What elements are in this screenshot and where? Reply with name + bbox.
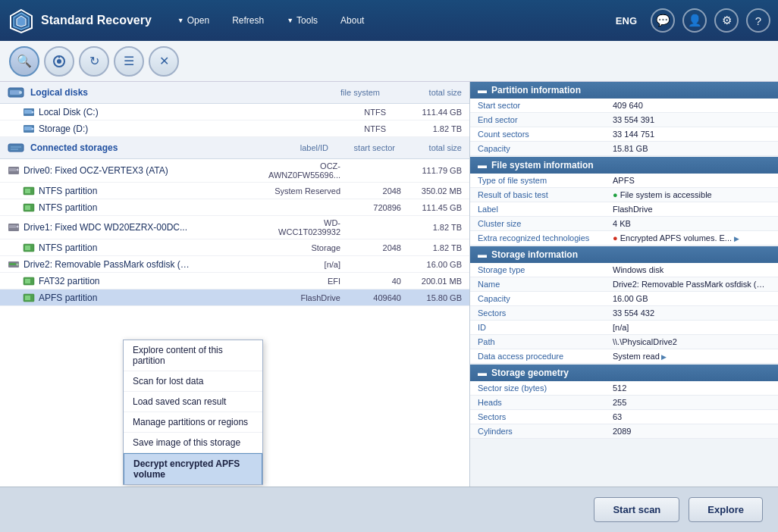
info-row: Result of basic test File system is acce… bbox=[470, 188, 778, 202]
partition-info-icon: ▬ bbox=[478, 85, 487, 95]
drive2-size: 16.00 GB bbox=[401, 260, 462, 269]
nav-about[interactable]: About bbox=[330, 11, 375, 30]
svg-rect-10 bbox=[24, 110, 32, 114]
list-item[interactable]: Drive0: Fixed OCZ-VERTEX3 (ATA) OCZ-AWNZ… bbox=[0, 159, 469, 183]
filesystem-info-title: File system information bbox=[491, 160, 594, 171]
info-row: Sectors 33 554 432 bbox=[470, 306, 778, 321]
scan-icon bbox=[52, 55, 66, 68]
info-row: Cluster size 4 KB bbox=[470, 217, 778, 231]
drive0-label: OCZ-AWNZ0FW55696... bbox=[265, 161, 340, 180]
list-item[interactable]: NTFS partition 720896 111.45 GB bbox=[0, 199, 469, 216]
context-load[interactable]: Load saved scan result bbox=[124, 392, 262, 412]
svg-rect-19 bbox=[9, 168, 16, 171]
list-item[interactable]: Storage (D:) NTFS 1.82 TB bbox=[0, 120, 469, 137]
svg-rect-34 bbox=[25, 279, 30, 283]
nav-open[interactable]: ▼ Open bbox=[167, 11, 220, 30]
partition-info-title: Partition information bbox=[491, 85, 581, 95]
drive1-size: 1.82 TB bbox=[401, 223, 462, 232]
context-manage[interactable]: Manage partitions or regions bbox=[124, 412, 262, 433]
info-row: Sector size (bytes) 512 bbox=[470, 381, 778, 396]
list-item[interactable]: NTFS partition System Reserved 2048 350.… bbox=[0, 183, 469, 199]
partition1-sector: 2048 bbox=[340, 186, 401, 196]
filesystem-info-icon: ▬ bbox=[478, 160, 487, 171]
info-row: Capacity 16.00 GB bbox=[470, 292, 778, 306]
logo: Standard Recovery bbox=[8, 7, 152, 34]
fs-col-header: file system bbox=[289, 88, 380, 97]
svg-rect-7 bbox=[10, 90, 20, 95]
list-item[interactable]: Drive1: Fixed WDC WD20EZRX-00DC... WD-WC… bbox=[0, 216, 469, 239]
logical-disks-icon bbox=[8, 86, 24, 99]
user-button[interactable]: 👤 bbox=[682, 8, 707, 33]
app-logo-icon bbox=[8, 7, 35, 34]
context-decrypt[interactable]: Decrypt encrypted APFS volume bbox=[124, 453, 262, 484]
info-row: ID [n/a] bbox=[470, 321, 778, 335]
list-item[interactable]: APFS partition FlashDrive 409640 15.80 G… bbox=[0, 289, 469, 306]
info-row: End sector 33 554 391 bbox=[470, 113, 778, 127]
nav-refresh[interactable]: Refresh bbox=[221, 11, 274, 30]
context-menu: Explore content of this partition Scan f… bbox=[123, 340, 263, 485]
list-toolbar-btn[interactable]: ☰ bbox=[114, 46, 144, 77]
svg-rect-13 bbox=[24, 127, 32, 130]
context-explore[interactable]: Explore content of this partition bbox=[124, 340, 262, 371]
start-scan-button[interactable]: Start scan bbox=[594, 497, 679, 522]
partition3-label: Storage bbox=[265, 243, 340, 252]
info-row: Sectors 63 bbox=[470, 410, 778, 424]
svg-point-8 bbox=[19, 91, 22, 94]
ntfs-partition-2-icon bbox=[23, 243, 35, 252]
search-toolbar-btn[interactable]: 🔍 bbox=[9, 46, 39, 77]
list-item[interactable]: NTFS partition Storage 2048 1.82 TB bbox=[0, 239, 469, 256]
chat-button[interactable]: 💬 bbox=[651, 8, 675, 33]
drive2-label: [n/a] bbox=[265, 260, 340, 269]
language-selector[interactable]: ENG bbox=[610, 12, 643, 30]
drive1-label: WD-WCC1T0239932 bbox=[265, 218, 340, 236]
storage-info-section: ▬ Storage information Storage type Windo… bbox=[470, 246, 778, 364]
svg-rect-29 bbox=[25, 246, 30, 250]
drive0-icon bbox=[8, 166, 20, 175]
header-right: ENG 💬 👤 ⚙ ? bbox=[610, 8, 770, 33]
info-row: Start sector 409 640 bbox=[470, 99, 778, 113]
scan-toolbar-btn[interactable] bbox=[44, 46, 74, 77]
storage-info-icon: ▬ bbox=[478, 249, 487, 260]
partition-info-table: Start sector 409 640 End sector 33 554 3… bbox=[470, 99, 778, 156]
list-item[interactable]: Drive2: Removable PassMark osfdisk (… [n… bbox=[0, 256, 469, 273]
header: Standard Recovery ▼ Open Refresh ▼ Tools… bbox=[0, 0, 778, 41]
storage-info-table: Storage type Windows disk Name Drive2: R… bbox=[470, 263, 778, 364]
explore-button[interactable]: Explore bbox=[689, 497, 763, 522]
svg-point-20 bbox=[17, 169, 19, 171]
info-row: Capacity 15.81 GB bbox=[470, 142, 778, 156]
connected-storages-icon bbox=[8, 142, 24, 154]
context-scan[interactable]: Scan for lost data bbox=[124, 371, 262, 392]
ntfs-partition-0-icon bbox=[23, 186, 35, 196]
list-item[interactable]: Local Disk (C:) NTFS 111.44 GB bbox=[0, 104, 469, 120]
partition-info-section: ▬ Partition information Start sector 409… bbox=[470, 82, 778, 156]
geometry-info-table: Sector size (bytes) 512 Heads 255 Sector… bbox=[470, 381, 778, 439]
list-item[interactable]: FAT32 partition EFI 40 200.01 MB bbox=[0, 273, 469, 289]
help-button[interactable]: ? bbox=[746, 8, 770, 33]
apfs-size: 15.80 GB bbox=[401, 293, 462, 302]
filesystem-info-header: ▬ File system information bbox=[470, 157, 778, 174]
geometry-info-title: Storage geometry bbox=[491, 368, 569, 378]
context-save-image[interactable]: Save image of this storage bbox=[124, 433, 262, 453]
settings-button[interactable]: ⚙ bbox=[714, 8, 739, 33]
nav-tools[interactable]: ▼ Tools bbox=[276, 11, 328, 30]
refresh-toolbar-btn[interactable]: ↻ bbox=[79, 46, 109, 77]
storage-info-title: Storage information bbox=[491, 249, 578, 260]
geometry-info-icon: ▬ bbox=[478, 368, 487, 378]
toolbar: 🔍 ↻ ☰ ✕ bbox=[0, 41, 778, 82]
geometry-info-section: ▬ Storage geometry Sector size (bytes) 5… bbox=[470, 365, 778, 439]
storage-disk-icon bbox=[23, 124, 35, 133]
info-row: Path \\.\PhysicalDrive2 bbox=[470, 335, 778, 349]
app-title: Standard Recovery bbox=[41, 14, 152, 27]
drive1-icon bbox=[8, 223, 20, 232]
total-size-col-header: total size bbox=[401, 143, 462, 152]
nav-bar: ▼ Open Refresh ▼ Tools About bbox=[167, 11, 610, 30]
logical-disks-title: Logical disks bbox=[30, 87, 88, 98]
close-toolbar-btn[interactable]: ✕ bbox=[149, 46, 179, 77]
apfs-partition-icon bbox=[23, 293, 35, 302]
left-panel: Logical disks file system total size Loc… bbox=[0, 82, 470, 487]
storage-info-header: ▬ Storage information bbox=[470, 246, 778, 263]
right-panel: ▬ Partition information Start sector 409… bbox=[470, 82, 778, 487]
bottom-bar: Start scan Explore bbox=[0, 487, 778, 532]
fat32-sector: 40 bbox=[340, 277, 401, 286]
local-disk-icon bbox=[23, 108, 35, 117]
